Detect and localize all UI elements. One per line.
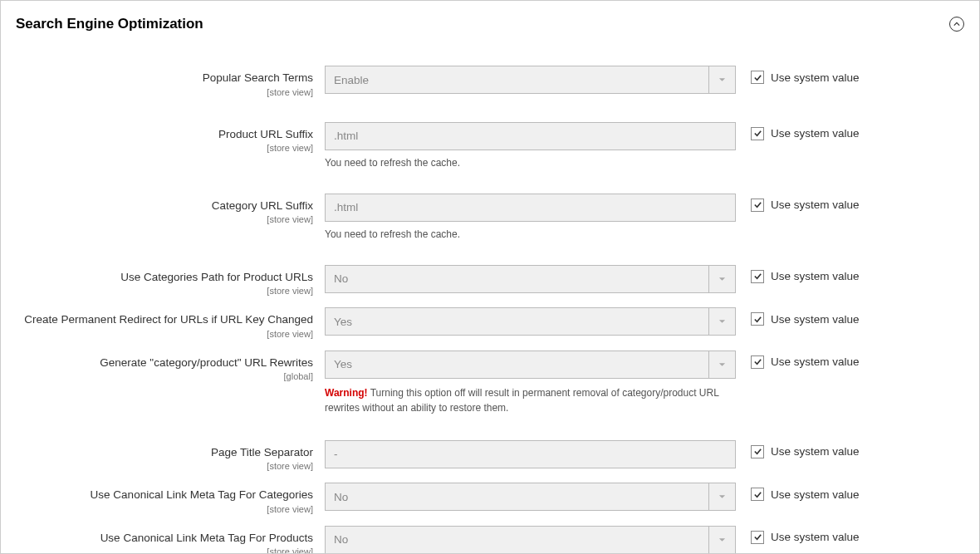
scope-label: [store view] <box>16 504 313 514</box>
field-label: Popular Search Terms <box>16 71 313 86</box>
select-value: Enable <box>334 74 369 86</box>
use-system-value-label[interactable]: Use system value <box>771 445 860 458</box>
field-label: Create Permanent Redirect for URLs if UR… <box>16 312 313 327</box>
select-value: Yes <box>334 358 352 370</box>
use-system-value-label[interactable]: Use system value <box>771 199 860 211</box>
scope-label: [store view] <box>16 547 313 554</box>
field-popular-search-terms: Popular Search Terms [store view] Enable… <box>16 66 964 97</box>
scope-label: [store view] <box>16 286 313 296</box>
product-url-suffix-input: .html <box>325 122 736 150</box>
select-value: No <box>334 533 348 546</box>
field-canonical-categories: Use Canonical Link Meta Tag For Categori… <box>16 483 964 514</box>
scope-label: [global] <box>16 371 313 381</box>
field-label: Generate "category/product" URL Rewrites <box>16 355 313 370</box>
scope-label: [store view] <box>16 214 313 224</box>
categories-path-select: No <box>325 265 736 293</box>
helper-text: You need to refresh the cache. <box>325 157 736 169</box>
chevron-down-icon <box>708 66 735 93</box>
collapse-icon[interactable] <box>949 17 964 32</box>
select-value: Yes <box>334 316 352 328</box>
field-category-url-suffix: Category URL Suffix [store view] .html Y… <box>16 194 964 240</box>
field-product-url-suffix: Product URL Suffix [store view] .html Yo… <box>16 122 964 169</box>
chevron-down-icon <box>708 266 735 292</box>
warning-label: Warning! <box>325 387 368 399</box>
scope-label: [store view] <box>16 143 313 153</box>
use-system-value-label[interactable]: Use system value <box>771 71 860 84</box>
scope-label: [store view] <box>16 87 313 97</box>
field-label: Use Canonical Link Meta Tag For Products <box>16 531 313 546</box>
warning-body: Turning this option off will result in p… <box>325 387 718 414</box>
canonical-categories-select: No <box>325 483 736 511</box>
use-system-value-label[interactable]: Use system value <box>771 313 860 326</box>
settings-form: Popular Search Terms [store view] Enable… <box>1 41 979 554</box>
use-system-value-label[interactable]: Use system value <box>771 127 860 140</box>
field-label: Page Title Separator <box>16 445 313 460</box>
warning-text: Warning! Turning this option off will re… <box>325 385 736 415</box>
permanent-redirect-select: Yes <box>325 307 736 336</box>
chevron-down-icon <box>708 527 735 553</box>
use-system-value-checkbox[interactable] <box>751 71 764 84</box>
section-header[interactable]: Search Engine Optimization <box>1 1 979 41</box>
field-label: Category URL Suffix <box>16 199 313 213</box>
field-canonical-products: Use Canonical Link Meta Tag For Products… <box>16 526 964 554</box>
scope-label: [store view] <box>16 461 313 471</box>
page-title-separator-input: - <box>325 440 736 468</box>
input-value: - <box>334 448 338 460</box>
chevron-down-icon <box>708 483 735 510</box>
select-value: No <box>334 491 348 503</box>
chevron-down-icon <box>708 351 735 378</box>
field-categories-path: Use Categories Path for Product URLs [st… <box>16 265 964 297</box>
generate-rewrites-select: Yes <box>325 351 736 379</box>
use-system-value-checkbox[interactable] <box>751 355 764 369</box>
select-value: No <box>334 272 348 285</box>
field-label: Use Categories Path for Product URLs <box>16 270 313 285</box>
use-system-value-label[interactable]: Use system value <box>771 270 860 282</box>
use-system-value-checkbox[interactable] <box>751 312 764 326</box>
popular-search-terms-select: Enable <box>325 66 736 94</box>
chevron-down-icon <box>708 308 735 335</box>
field-generate-rewrites: Generate "category/product" URL Rewrites… <box>16 351 964 415</box>
use-system-value-checkbox[interactable] <box>751 127 764 140</box>
field-permanent-redirect: Create Permanent Redirect for URLs if UR… <box>16 307 964 339</box>
field-label: Use Canonical Link Meta Tag For Categori… <box>16 488 313 503</box>
use-system-value-checkbox[interactable] <box>751 531 764 544</box>
use-system-value-checkbox[interactable] <box>751 488 764 501</box>
use-system-value-label[interactable]: Use system value <box>771 355 860 368</box>
category-url-suffix-input: .html <box>325 194 736 222</box>
scope-label: [store view] <box>16 329 313 339</box>
use-system-value-checkbox[interactable] <box>751 270 764 283</box>
use-system-value-checkbox[interactable] <box>751 445 764 458</box>
field-page-title-separator: Page Title Separator [store view] - Use … <box>16 440 964 472</box>
use-system-value-label[interactable]: Use system value <box>771 531 860 543</box>
input-value: .html <box>334 201 358 213</box>
use-system-value-checkbox[interactable] <box>751 199 764 212</box>
helper-text: You need to refresh the cache. <box>325 228 736 240</box>
field-label: Product URL Suffix <box>16 127 313 142</box>
use-system-value-label[interactable]: Use system value <box>771 488 860 501</box>
canonical-products-select: No <box>325 526 736 554</box>
input-value: .html <box>334 130 358 142</box>
section-title: Search Engine Optimization <box>16 16 203 32</box>
